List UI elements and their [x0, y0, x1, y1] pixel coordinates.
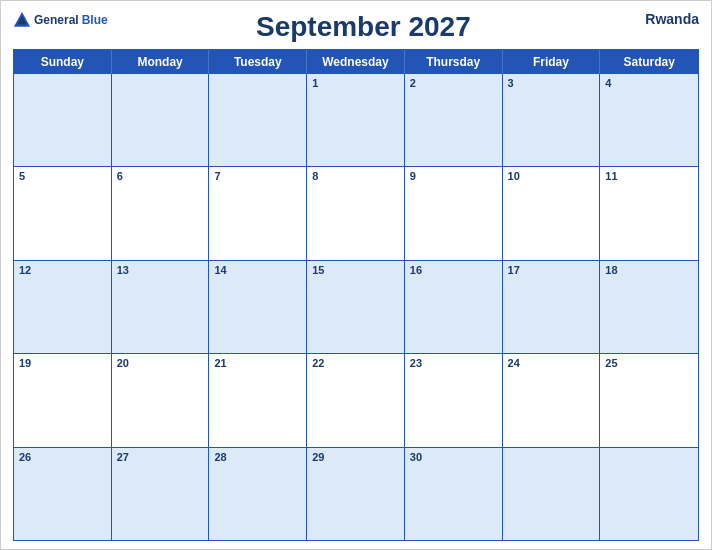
day-header-sunday: Sunday [14, 50, 112, 74]
day-cell: 16 [405, 261, 503, 353]
day-number: 13 [117, 264, 204, 277]
day-header-tuesday: Tuesday [209, 50, 307, 74]
day-number: 5 [19, 170, 106, 183]
day-cell: 6 [112, 167, 210, 259]
logo-icon [13, 11, 31, 29]
day-headers-row: SundayMondayTuesdayWednesdayThursdayFrid… [14, 50, 698, 74]
month-title: September 2027 [108, 11, 619, 43]
day-cell: 15 [307, 261, 405, 353]
week-row-4: 19202122232425 [14, 353, 698, 446]
day-cell: 8 [307, 167, 405, 259]
day-cell: 27 [112, 448, 210, 540]
day-cell: 14 [209, 261, 307, 353]
day-number: 12 [19, 264, 106, 277]
day-cell: 4 [600, 74, 698, 166]
day-number: 7 [214, 170, 301, 183]
day-cell: 18 [600, 261, 698, 353]
day-number: 10 [508, 170, 595, 183]
day-cell: 28 [209, 448, 307, 540]
logo-blue-text: Blue [82, 13, 108, 27]
day-cell: 21 [209, 354, 307, 446]
day-cell: 19 [14, 354, 112, 446]
day-cell: 25 [600, 354, 698, 446]
day-cell: 23 [405, 354, 503, 446]
week-row-2: 567891011 [14, 166, 698, 259]
day-number: 24 [508, 357, 595, 370]
day-number: 3 [508, 77, 595, 90]
day-cell [503, 448, 601, 540]
day-number: 2 [410, 77, 497, 90]
weeks-container: 1234567891011121314151617181920212223242… [14, 74, 698, 540]
day-number: 20 [117, 357, 204, 370]
day-cell: 29 [307, 448, 405, 540]
day-cell: 3 [503, 74, 601, 166]
day-number: 25 [605, 357, 693, 370]
day-cell [600, 448, 698, 540]
day-cell: 1 [307, 74, 405, 166]
day-number: 23 [410, 357, 497, 370]
calendar: General Blue September 2027 Rwanda Sunda… [0, 0, 712, 550]
day-cell: 11 [600, 167, 698, 259]
day-cell: 22 [307, 354, 405, 446]
week-row-5: 2627282930 [14, 447, 698, 540]
week-row-3: 12131415161718 [14, 260, 698, 353]
day-cell: 12 [14, 261, 112, 353]
day-number: 22 [312, 357, 399, 370]
day-number: 19 [19, 357, 106, 370]
day-number: 16 [410, 264, 497, 277]
day-number: 11 [605, 170, 693, 183]
logo-area: General Blue [13, 11, 108, 29]
day-number: 6 [117, 170, 204, 183]
logo-text: General Blue [13, 11, 108, 29]
day-header-saturday: Saturday [600, 50, 698, 74]
day-number: 18 [605, 264, 693, 277]
day-number: 29 [312, 451, 399, 464]
day-number: 14 [214, 264, 301, 277]
day-number: 17 [508, 264, 595, 277]
week-row-1: 1234 [14, 74, 698, 166]
day-cell: 26 [14, 448, 112, 540]
day-number: 21 [214, 357, 301, 370]
day-number: 28 [214, 451, 301, 464]
day-number: 26 [19, 451, 106, 464]
day-header-thursday: Thursday [405, 50, 503, 74]
day-cell: 20 [112, 354, 210, 446]
logo-general-text: General [34, 13, 79, 27]
calendar-header: General Blue September 2027 Rwanda [13, 11, 699, 43]
day-cell [209, 74, 307, 166]
day-cell [14, 74, 112, 166]
day-number: 4 [605, 77, 693, 90]
day-header-friday: Friday [503, 50, 601, 74]
day-cell [112, 74, 210, 166]
day-number: 1 [312, 77, 399, 90]
day-number: 9 [410, 170, 497, 183]
calendar-grid: SundayMondayTuesdayWednesdayThursdayFrid… [13, 49, 699, 541]
day-header-monday: Monday [112, 50, 210, 74]
day-cell: 13 [112, 261, 210, 353]
day-header-wednesday: Wednesday [307, 50, 405, 74]
day-number: 27 [117, 451, 204, 464]
country-label: Rwanda [619, 11, 699, 27]
day-cell: 9 [405, 167, 503, 259]
day-cell: 17 [503, 261, 601, 353]
day-cell: 2 [405, 74, 503, 166]
day-number: 15 [312, 264, 399, 277]
day-number: 30 [410, 451, 497, 464]
day-cell: 5 [14, 167, 112, 259]
day-cell: 30 [405, 448, 503, 540]
day-cell: 7 [209, 167, 307, 259]
day-number: 8 [312, 170, 399, 183]
day-cell: 24 [503, 354, 601, 446]
day-cell: 10 [503, 167, 601, 259]
